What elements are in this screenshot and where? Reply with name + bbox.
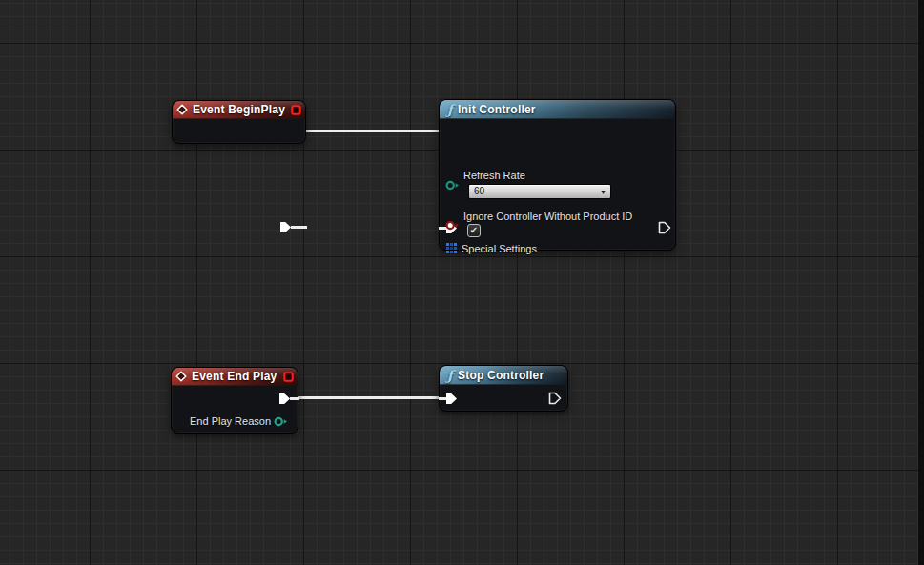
exec-out-pin[interactable]	[279, 221, 292, 233]
node-event-beginplay[interactable]: Event BeginPlay	[172, 100, 306, 144]
enum-in-pin-refresh-rate[interactable]	[445, 180, 460, 191]
exec-wire-endplay-to-stop[interactable]	[286, 396, 446, 399]
event-diamond-icon	[176, 104, 188, 115]
bool-in-pin-ignore-controller[interactable]	[445, 220, 460, 231]
right-edge-strip	[918, 0, 924, 565]
node-init-controller[interactable]: ƒ Init Controller Special Settings Refre…	[439, 99, 676, 251]
node-header-stop-controller[interactable]: ƒ Stop Controller	[440, 366, 567, 385]
node-header-init-controller[interactable]: ƒ Init Controller	[440, 100, 675, 119]
pin-stub	[290, 397, 299, 400]
exec-in-pin[interactable]	[445, 393, 458, 405]
function-icon: ƒ	[447, 369, 453, 382]
exec-out-pin[interactable]	[548, 392, 562, 405]
pin-label-special-settings: Special Settings	[462, 243, 537, 255]
node-title: Event End Play	[192, 370, 283, 383]
node-event-endplay[interactable]: Event End Play End Play Reason	[171, 367, 298, 434]
blueprint-graph-canvas[interactable]: Event BeginPlay ƒ Init Controller	[0, 0, 924, 565]
event-box-icon	[283, 372, 294, 382]
node-title: Init Controller	[458, 103, 671, 116]
pin-label-ignore-controller: Ignore Controller Without Product ID	[463, 211, 632, 223]
node-header-event-endplay[interactable]: Event End Play	[172, 368, 298, 386]
node-title: Stop Controller	[458, 369, 564, 382]
dropdown-value: 60	[474, 187, 600, 196]
event-box-icon	[291, 105, 301, 115]
refresh-rate-dropdown[interactable]: 60 ▼	[468, 184, 611, 199]
node-title: Event BeginPlay	[193, 103, 291, 116]
node-header-event-beginplay[interactable]: Event BeginPlay	[173, 101, 305, 119]
enum-out-pin-end-play-reason[interactable]	[274, 416, 288, 427]
pin-label-end-play-reason: End Play Reason	[179, 415, 271, 428]
pin-stub	[291, 226, 307, 229]
check-icon: ✔	[470, 226, 478, 235]
struct-grid-icon[interactable]	[446, 243, 457, 253]
exec-wire-beginplay-to-init[interactable]	[298, 130, 446, 132]
exec-out-pin[interactable]	[278, 393, 291, 405]
exec-out-pin[interactable]	[658, 221, 671, 234]
event-diamond-icon	[175, 371, 187, 382]
dropdown-arrow-icon: ▼	[600, 189, 606, 195]
checkbox-ignore-controller[interactable]: ✔	[467, 224, 481, 237]
function-icon: ƒ	[447, 103, 453, 116]
pin-label-refresh-rate: Refresh Rate	[463, 170, 525, 182]
node-stop-controller[interactable]: ƒ Stop Controller	[439, 365, 568, 412]
pin-stub	[439, 397, 446, 400]
